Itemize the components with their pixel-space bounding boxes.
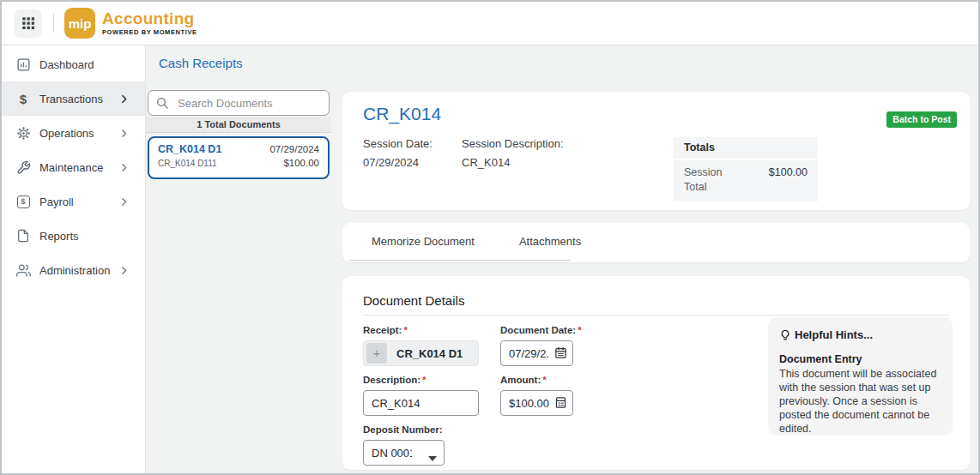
description-field-group: Description:* (363, 375, 479, 416)
people-icon (15, 263, 32, 278)
session-date-value: 07/29/2024 (363, 156, 419, 169)
sidebar-item-dashboard[interactable]: Dashboard (2, 47, 145, 81)
totals-header: Totals (674, 137, 818, 160)
mip-logo-text: mip (69, 16, 92, 31)
app-name: Accounting (102, 10, 197, 27)
brand-block: Accounting POWERED BY MOMENTIVE (102, 10, 197, 36)
totals-table: Totals Session Total $100.00 (674, 137, 818, 201)
sidebar-item-label: Transactions (39, 93, 103, 105)
helpful-hints-heading: Document Entry (779, 353, 942, 365)
receipt-label: Receipt:* (363, 325, 479, 335)
session-panel: CR_K014 Session Date: 07/29/2024 Session… (342, 92, 970, 210)
app-window: mip Accounting POWERED BY MOMENTIVE Dash… (0, 0, 980, 475)
receipt-field: + CR_K014 D1 (363, 340, 479, 366)
search-box (148, 90, 330, 116)
sidebar-item-label: Payroll (39, 195, 74, 208)
payroll-icon: $ (15, 195, 32, 208)
receipt-field-group: Receipt:* + CR_K014 D1 (363, 325, 479, 366)
document-list-item[interactable]: CR_K014 D1 07/29/2024 CR_K014 D111 $100.… (148, 136, 330, 179)
helpful-hints-body: This document will be associated with th… (779, 367, 942, 436)
document-item-title: CR_K014 D1 (158, 143, 221, 155)
chevron-right-icon (118, 195, 130, 211)
deposit-number-field-group: Deposit Number: DN 0001 (363, 424, 445, 466)
helpful-hints-panel: Helpful Hints... Document Entry This doc… (768, 317, 953, 436)
tabs-panel: Memorize Document Attachments (342, 223, 970, 262)
tab-attachments[interactable]: Attachments (497, 235, 603, 248)
required-asterisk: * (578, 325, 581, 335)
mip-logo: mip (64, 8, 95, 39)
sidebar-item-maintenance[interactable]: Maintenance (2, 150, 145, 184)
search-icon (155, 96, 169, 113)
sidebar-item-label: Dashboard (39, 58, 94, 71)
amount-field-group: Amount:* (500, 375, 573, 416)
deposit-number-select[interactable]: DN 0001 (363, 440, 445, 466)
document-details-title: Document Details (363, 293, 464, 308)
sidebar-item-transactions[interactable]: $ Transactions (2, 81, 145, 116)
section-divider (363, 315, 949, 316)
description-label: Description:* (363, 375, 479, 385)
document-item-subtitle: CR_K014 D111 (158, 159, 217, 168)
tab-strip: Memorize Document Attachments (349, 223, 571, 261)
description-input[interactable] (363, 390, 479, 416)
sidebar-item-operations[interactable]: Operations (2, 116, 145, 150)
add-receipt-button[interactable]: + (366, 343, 387, 364)
gear-icon (15, 126, 32, 141)
lightbulb-icon (779, 329, 791, 341)
top-header: mip Accounting POWERED BY MOMENTIVE (2, 2, 978, 45)
document-date-field-group: Document Date:* (500, 325, 582, 366)
required-asterisk: * (422, 375, 426, 385)
sidebar-item-label: Maintenance (39, 161, 103, 174)
session-description-label: Session Description: (462, 137, 564, 150)
helpful-hints-title: Helpful Hints... (779, 328, 942, 341)
document-count-bar: 1 Total Documents (146, 117, 331, 133)
totals-row-value: $100.00 (769, 166, 808, 195)
amount-label: Amount:* (500, 375, 573, 385)
page-title: Cash Receipts (159, 56, 243, 70)
sidebar-item-label: Administration (39, 264, 110, 277)
sidebar-item-label: Operations (39, 127, 94, 140)
document-item-amount: $100.00 (283, 158, 319, 168)
required-asterisk: * (542, 375, 546, 385)
session-date-label: Session Date: (363, 137, 433, 150)
document-count-label: 1 Total Documents (197, 119, 281, 129)
search-input[interactable] (148, 90, 330, 116)
grid-icon (21, 15, 36, 31)
dollar-icon: $ (15, 92, 32, 106)
deposit-number-label: Deposit Number: (363, 424, 445, 435)
chevron-right-icon (118, 161, 130, 177)
sidebar-item-administration[interactable]: Administration (2, 253, 145, 287)
session-title: CR_K014 (363, 104, 441, 124)
deposit-number-value: DN 0001 (372, 447, 412, 460)
document-date-label: Document Date:* (500, 325, 582, 335)
receipt-value: CR_K014 D1 (396, 347, 463, 360)
required-asterisk: * (403, 325, 407, 335)
document-details-panel: Document Details Receipt:* + CR_K014 D1 … (342, 276, 970, 470)
brand-tagline: POWERED BY MOMENTIVE (102, 28, 197, 36)
sidebar-item-reports[interactable]: Reports (2, 219, 145, 253)
chevron-right-icon (118, 264, 130, 280)
wrench-icon (15, 160, 32, 175)
sidebar-item-payroll[interactable]: $ Payroll (2, 184, 145, 219)
tab-memorize-document[interactable]: Memorize Document (349, 235, 497, 248)
caret-down-icon (428, 450, 437, 466)
header-divider (53, 14, 54, 33)
document-date-input[interactable] (500, 340, 573, 366)
amount-input[interactable] (500, 390, 573, 416)
document-icon (15, 229, 32, 243)
chevron-right-icon (118, 93, 130, 108)
session-description-value: CR_K014 (462, 156, 510, 169)
chevron-right-icon (118, 127, 130, 142)
document-item-date: 07/29/2024 (269, 144, 319, 154)
sidebar-item-label: Reports (39, 230, 79, 243)
app-launcher-button[interactable] (14, 9, 42, 38)
sidebar: Dashboard $ Transactions (2, 45, 146, 475)
dashboard-icon (15, 57, 32, 72)
totals-row-label: Session Total (684, 165, 734, 195)
totals-row: Session Total $100.00 (674, 160, 818, 201)
batch-to-post-button[interactable]: Batch to Post (886, 111, 957, 128)
